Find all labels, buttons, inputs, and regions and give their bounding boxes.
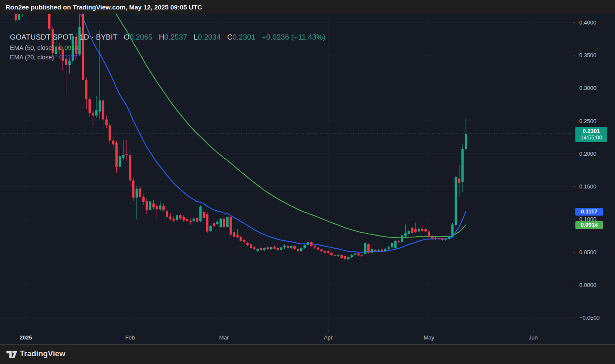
candle-body (394, 241, 396, 248)
candle-body (438, 238, 440, 239)
candle-body (85, 80, 87, 99)
publish-header: Ron2ee published on TradingView.com, May… (0, 0, 615, 14)
candle-body (193, 219, 195, 221)
tradingview-logo-icon (6, 349, 17, 360)
candle-body (92, 113, 94, 115)
price-axis-tick (573, 88, 575, 88)
price-axis-label: 0.3500 (579, 52, 596, 59)
candle-body (142, 197, 144, 202)
candle-body (300, 248, 302, 251)
candle-body (414, 229, 416, 232)
candle-body (418, 229, 420, 231)
candle-body (408, 231, 410, 234)
candle-body (367, 244, 370, 253)
footer-bar: TradingView (0, 344, 615, 364)
candle-body (388, 247, 390, 249)
candle-body (324, 251, 326, 253)
candle-body (132, 181, 134, 198)
candle-body (465, 134, 467, 149)
candle-body (267, 247, 269, 249)
candle-body (374, 250, 376, 251)
candle-body (226, 217, 228, 227)
last-price-value: 0.2301 (575, 128, 607, 134)
chart-canvas[interactable]: GOATUSDT SPOT · 1D · BYBIT O0.2065 H0.25… (0, 14, 573, 330)
time-axis-tick (26, 330, 26, 332)
candle-body (391, 243, 393, 247)
candle-body (280, 247, 282, 250)
candle-body (159, 205, 161, 209)
price-axis-label: 0.0000 (579, 282, 596, 288)
price-axis-tick (573, 22, 575, 23)
candle-body (213, 223, 215, 226)
candle-body (206, 214, 208, 231)
price-axis[interactable]: 0.2301 14:55:00 0.1117 0.0914 0.40000.35… (573, 14, 615, 344)
price-axis-label: 0.0500 (579, 249, 596, 256)
price-axis-label: 0.1000 (579, 216, 596, 222)
candle-body (146, 201, 148, 210)
time-axis-tick (130, 330, 130, 332)
candle-body (317, 247, 319, 250)
price-axis-tick (573, 219, 575, 219)
candle-body (428, 231, 430, 237)
time-axis-label: Apr (324, 334, 332, 341)
price-axis-label: −0.0500 (579, 315, 599, 321)
candle-body (404, 233, 407, 236)
candle-body (260, 248, 262, 250)
candle-body (179, 215, 181, 219)
candle-body (199, 207, 202, 221)
candle-body (109, 125, 111, 140)
candle-body (156, 206, 158, 210)
time-axis-label: May (424, 334, 435, 341)
time-axis-label: Jun (529, 334, 538, 341)
candle-body (384, 249, 386, 251)
candle-body (283, 246, 286, 247)
candle-body (421, 229, 423, 231)
candle-body (99, 100, 101, 111)
time-axis[interactable]: 2025FebMarAprMayJun (0, 330, 573, 344)
candle-body (304, 245, 306, 248)
candle-body (360, 255, 363, 256)
candle-body (55, 46, 57, 54)
candle-body (125, 154, 127, 155)
candle-body (186, 219, 188, 222)
candle-body (136, 189, 138, 197)
price-axis-tick (573, 55, 575, 56)
candle-body (287, 246, 289, 248)
candle-body (455, 177, 457, 225)
tradingview-snapshot: Ron2ee published on TradingView.com, May… (0, 0, 615, 364)
candle-body (82, 14, 84, 80)
candle-body (122, 155, 124, 158)
candlestick-chart (0, 14, 573, 330)
candle-body (152, 204, 155, 207)
candle-body (351, 255, 353, 257)
price-axis-label: 0.4000 (579, 19, 596, 26)
candle-body (78, 27, 81, 55)
candle-body (149, 201, 151, 210)
candle-body (216, 222, 218, 224)
price-axis-label: 0.1500 (579, 183, 596, 190)
candle-body (162, 206, 165, 210)
candle-body (253, 247, 255, 249)
candle-body (52, 29, 54, 53)
candle-body (293, 246, 295, 249)
candle-body (398, 241, 400, 242)
candle-body (129, 155, 131, 181)
candle-body (106, 120, 108, 126)
candle-body (431, 237, 433, 238)
price-axis-tick (573, 285, 575, 285)
time-axis-tick (328, 330, 329, 332)
candle-body (330, 253, 332, 255)
candle-body (297, 249, 299, 251)
price-axis-tick (573, 186, 575, 187)
candle-body (89, 99, 91, 113)
candle-body (458, 179, 460, 183)
candle-body (276, 248, 279, 250)
candle-body (401, 235, 403, 242)
candle-body (347, 257, 349, 259)
candle-body (425, 229, 427, 231)
candle-body (203, 212, 205, 218)
ema20-price-badge: 0.1117 (575, 208, 603, 216)
price-axis-label: 0.2000 (579, 151, 596, 157)
candle-body (354, 253, 356, 255)
candle-body (290, 246, 292, 248)
